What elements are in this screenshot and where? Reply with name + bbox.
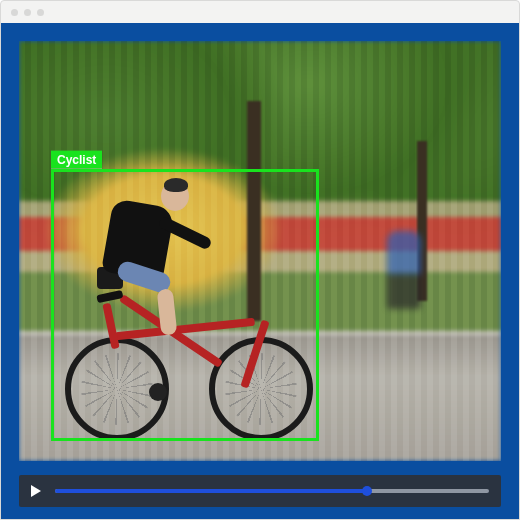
traffic-light-dot [11, 9, 18, 16]
browser-window: Cyclist [0, 0, 520, 520]
video-stage: Cyclist [19, 41, 501, 461]
play-button[interactable] [31, 485, 41, 497]
progress-track[interactable] [55, 489, 489, 493]
progress-fill [55, 489, 367, 493]
content-frame: Cyclist [1, 23, 519, 519]
video-player-bar [19, 475, 501, 507]
progress-thumb[interactable] [362, 486, 372, 496]
detection-bounding-box[interactable]: Cyclist [51, 169, 319, 441]
traffic-light-dot [24, 9, 31, 16]
window-titlebar [1, 1, 519, 23]
detection-label: Cyclist [51, 151, 102, 169]
traffic-light-dot [37, 9, 44, 16]
pedestrian-blur [387, 231, 421, 309]
